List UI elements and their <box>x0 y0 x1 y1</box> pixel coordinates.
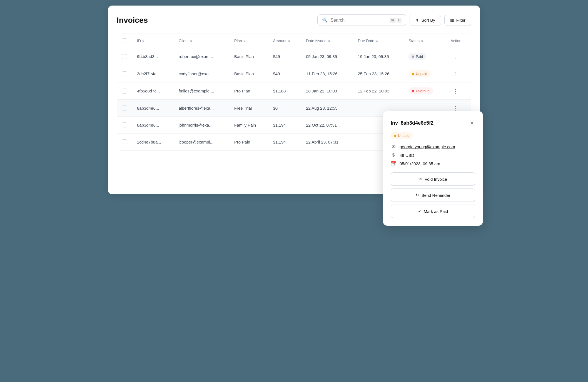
row-checkbox-cell <box>117 134 132 150</box>
row-id: 9f4b8ad3... <box>132 48 174 65</box>
row-client: johnmorris@exa... <box>174 117 229 134</box>
search-box[interactable]: 🔍 ⌘ F <box>317 14 406 26</box>
status-label: Overdue <box>416 89 430 93</box>
paid-label: Mark as Paid <box>424 209 448 214</box>
row-due-date: 25 Feb 23, 15:26 <box>353 65 403 82</box>
row-action-menu[interactable]: ⋮ <box>450 52 460 61</box>
row-plan: Pro Paln <box>229 134 268 150</box>
filter-button[interactable]: ▦ Filter <box>444 15 471 26</box>
kbd-f: F <box>397 18 402 23</box>
row-plan: Basic Plan <box>229 48 268 65</box>
status-dot <box>412 90 414 92</box>
col-id-label: ID <box>137 39 141 43</box>
row-checkbox-cell <box>117 82 132 100</box>
col-status-label: Status <box>408 39 420 43</box>
invoice-popup-overlay: Inv_8ab3d4e6c5f2 ✕ Unpaid ✉ georgia.youn… <box>383 111 483 226</box>
row-client: albertflores@exa... <box>174 100 229 117</box>
invoice-popup: Inv_8ab3d4e6c5f2 ✕ Unpaid ✉ georgia.youn… <box>383 111 483 226</box>
row-action-menu[interactable]: ⋮ <box>450 70 460 78</box>
row-amount: $49 <box>268 48 301 65</box>
row-amount: $1,194 <box>268 134 301 150</box>
row-id: 1cd4e7b8a... <box>132 134 174 150</box>
status-badge: Unpaid <box>408 70 430 77</box>
sort-by-button[interactable]: ⇕ Sort By <box>410 15 441 26</box>
col-amount[interactable]: Amount ⇅ <box>268 34 301 48</box>
popup-email-row: ✉ georgia.young@example.com <box>391 144 475 149</box>
col-status[interactable]: Status ⇅ <box>403 34 445 48</box>
row-checkbox[interactable] <box>122 71 127 76</box>
void-invoice-button[interactable]: ✕ Void Invoice <box>391 172 475 186</box>
row-status: Paid <box>403 48 445 65</box>
popup-date: 05/01/2023, 09:35 am <box>400 161 440 166</box>
reminder-icon: ↻ <box>415 193 419 198</box>
status-badge: Overdue <box>408 87 433 94</box>
row-action: ⋮ <box>445 65 471 82</box>
row-checkbox[interactable] <box>122 89 127 94</box>
row-checkbox[interactable] <box>122 122 127 127</box>
row-amount: $1,188 <box>268 82 301 100</box>
row-plan: Family Paln <box>229 117 268 134</box>
dollar-icon: $ <box>391 153 396 158</box>
filter-icon: ▦ <box>450 18 454 23</box>
row-due-date: 19 Jan 23, 09:35 <box>353 48 403 65</box>
row-id: 8ab3d4e6... <box>132 100 174 117</box>
popup-close-button[interactable]: ✕ <box>469 119 475 127</box>
send-reminder-button[interactable]: ↻ Send Reminder <box>391 189 475 202</box>
void-icon: ✕ <box>419 177 422 182</box>
table-header-row: ID ⇅ Client ⇅ Plan ⇅ <box>117 34 471 48</box>
mark-as-paid-button[interactable]: ✓ Mark as Paid <box>391 205 475 218</box>
col-id-sort: ⇅ <box>142 39 144 43</box>
col-due-date[interactable]: Due Date ⇅ <box>353 34 403 48</box>
row-id: 8ab3d4e6... <box>132 117 174 134</box>
col-date-issued[interactable]: Date issued ⇅ <box>301 34 353 48</box>
popup-title: Inv_8ab3d4e6c5f2 <box>391 120 433 126</box>
search-input[interactable] <box>330 18 387 23</box>
table-row: 9f4b8ad3... robertfox@exam... Basic Plan… <box>117 48 471 65</box>
col-id[interactable]: ID ⇅ <box>132 34 174 48</box>
col-due-date-label: Due Date <box>358 39 374 43</box>
col-plan[interactable]: Plan ⇅ <box>229 34 268 48</box>
popup-header: Inv_8ab3d4e6c5f2 ✕ <box>391 119 475 127</box>
popup-email: georgia.young@example.com <box>400 144 455 149</box>
page-title: Invoices <box>117 16 148 25</box>
row-checkbox[interactable] <box>122 54 127 59</box>
select-all-checkbox[interactable] <box>122 38 127 43</box>
row-id: 3dc2f7e4a... <box>132 65 174 82</box>
kbd-cmd: ⌘ <box>390 18 396 23</box>
row-action: ⋮ <box>445 82 471 100</box>
row-checkbox-cell <box>117 100 132 117</box>
popup-amount-row: $ 49 USD <box>391 153 475 158</box>
row-checkbox[interactable] <box>122 105 127 110</box>
col-due-date-sort: ⇅ <box>375 39 378 43</box>
status-label: Paid <box>416 54 423 59</box>
row-action: ⋮ <box>445 48 471 65</box>
row-checkbox-cell <box>117 48 132 65</box>
row-date-issued: 22 Aug 23, 12:55 <box>301 100 353 117</box>
row-due-date: 12 Feb 22, 10:03 <box>353 82 403 100</box>
popup-status: Unpaid <box>391 132 475 139</box>
row-amount: $49 <box>268 65 301 82</box>
row-checkbox-cell <box>117 65 132 82</box>
col-client[interactable]: Client ⇅ <box>174 34 229 48</box>
table-row: 3dc2f7e4a... codyfisher@exa... Basic Pla… <box>117 65 471 82</box>
header: Invoices 🔍 ⌘ F ⇕ Sort By ▦ Filter <box>117 14 471 26</box>
popup-status-badge: Unpaid <box>391 132 413 139</box>
row-amount: $1,194 <box>268 117 301 134</box>
row-action-menu[interactable]: ⋮ <box>450 87 460 95</box>
email-icon: ✉ <box>391 144 396 149</box>
search-icon: 🔍 <box>322 17 328 23</box>
row-date-issued: 11 Feb 23, 15:26 <box>301 65 353 82</box>
row-status: Overdue <box>403 82 445 100</box>
col-status-sort: ⇅ <box>421 39 423 43</box>
col-action: Action <box>445 34 471 48</box>
table-row: 4fb5e8d7c... fmiles@example.... Pro Plan… <box>117 82 471 100</box>
header-checkbox-cell <box>117 34 132 48</box>
col-plan-sort: ⇅ <box>243 39 246 43</box>
row-checkbox[interactable] <box>122 139 127 144</box>
row-plan: Basic Plan <box>229 65 268 82</box>
row-plan: Pro Plan <box>229 82 268 100</box>
col-date-issued-sort: ⇅ <box>328 39 330 43</box>
col-amount-sort: ⇅ <box>288 39 290 43</box>
sort-by-label: Sort By <box>421 18 435 22</box>
row-checkbox-cell <box>117 117 132 134</box>
